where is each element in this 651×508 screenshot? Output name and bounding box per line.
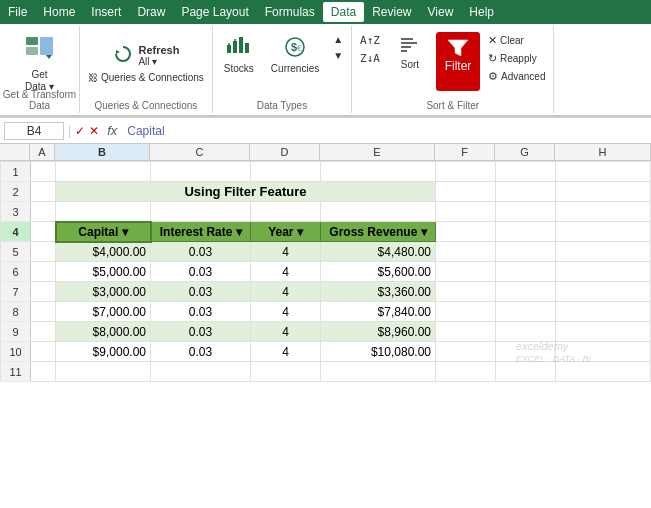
cell-c10[interactable]: 0.03	[151, 342, 251, 362]
cell-g2[interactable]	[496, 182, 556, 202]
cell-a3[interactable]	[31, 202, 56, 222]
cell-f4[interactable]	[436, 222, 496, 242]
cell-a9[interactable]	[31, 322, 56, 342]
menu-draw[interactable]: Draw	[129, 2, 173, 22]
col-header-f[interactable]: F	[435, 144, 495, 161]
cell-d3[interactable]	[251, 202, 321, 222]
cell-a4[interactable]	[31, 222, 56, 242]
cell-title[interactable]: Using Filter Feature	[56, 182, 436, 202]
col-header-c[interactable]: C	[150, 144, 250, 161]
cell-e8[interactable]: $7,840.00	[321, 302, 436, 322]
col-header-e[interactable]: E	[320, 144, 435, 161]
cell-g9[interactable]	[496, 322, 556, 342]
cell-h11[interactable]	[556, 362, 651, 382]
clear-button[interactable]: ✕ Clear	[484, 32, 549, 49]
menu-insert[interactable]: Insert	[83, 2, 129, 22]
formula-cancel-icon[interactable]: ✕	[89, 124, 99, 138]
cell-e1[interactable]	[321, 162, 436, 182]
queries-connections-button[interactable]: ⛓ Queries & Connections	[84, 70, 208, 85]
cell-d8[interactable]: 4	[251, 302, 321, 322]
cell-g11[interactable]	[496, 362, 556, 382]
cell-c6[interactable]: 0.03	[151, 262, 251, 282]
cell-b5[interactable]: $4,000.00	[56, 242, 151, 262]
cell-h5[interactable]	[556, 242, 651, 262]
cell-h8[interactable]	[556, 302, 651, 322]
refresh-all-button[interactable]: Refresh All ▾	[106, 40, 185, 69]
cell-c11[interactable]	[151, 362, 251, 382]
menu-review[interactable]: Review	[364, 2, 419, 22]
col-header-d[interactable]: D	[250, 144, 320, 161]
cell-h7[interactable]	[556, 282, 651, 302]
cell-e9[interactable]: $8,960.00	[321, 322, 436, 342]
cell-b7[interactable]: $3,000.00	[56, 282, 151, 302]
cell-a10[interactable]	[31, 342, 56, 362]
cell-c4-interest[interactable]: Interest Rate ▾	[151, 222, 251, 242]
cell-c7[interactable]: 0.03	[151, 282, 251, 302]
cell-d1[interactable]	[251, 162, 321, 182]
cell-d9[interactable]: 4	[251, 322, 321, 342]
cell-d6[interactable]: 4	[251, 262, 321, 282]
col-header-h[interactable]: H	[555, 144, 651, 161]
cell-f10[interactable]	[436, 342, 496, 362]
cell-b3[interactable]	[56, 202, 151, 222]
menu-file[interactable]: File	[0, 2, 35, 22]
sort-a-to-z-button[interactable]: A↑Z	[356, 32, 384, 49]
cell-b1[interactable]	[56, 162, 151, 182]
cell-d4-year[interactable]: Year ▾	[251, 222, 321, 242]
cell-b11[interactable]	[56, 362, 151, 382]
cell-f8[interactable]	[436, 302, 496, 322]
cell-b9[interactable]: $8,000.00	[56, 322, 151, 342]
cell-c8[interactable]: 0.03	[151, 302, 251, 322]
formula-check-icon[interactable]: ✓	[75, 124, 85, 138]
cell-f1[interactable]	[436, 162, 496, 182]
cell-e7[interactable]: $3,360.00	[321, 282, 436, 302]
menu-formulas[interactable]: Formulas	[257, 2, 323, 22]
cell-c9[interactable]: 0.03	[151, 322, 251, 342]
data-type-down-button[interactable]: ▼	[329, 48, 347, 63]
cell-e10[interactable]: $10,080.00	[321, 342, 436, 362]
cell-b10[interactable]: $9,000.00	[56, 342, 151, 362]
cell-f7[interactable]	[436, 282, 496, 302]
cell-d10[interactable]: 4	[251, 342, 321, 362]
cell-b6[interactable]: $5,000.00	[56, 262, 151, 282]
cell-g5[interactable]	[496, 242, 556, 262]
col-header-b[interactable]: B	[55, 144, 150, 161]
advanced-button[interactable]: ⚙ Advanced	[484, 68, 549, 85]
cell-a5[interactable]	[31, 242, 56, 262]
cell-a11[interactable]	[31, 362, 56, 382]
cell-c5[interactable]: 0.03	[151, 242, 251, 262]
cell-d11[interactable]	[251, 362, 321, 382]
cell-b8[interactable]: $7,000.00	[56, 302, 151, 322]
cell-g7[interactable]	[496, 282, 556, 302]
cell-g4[interactable]	[496, 222, 556, 242]
menu-help[interactable]: Help	[461, 2, 502, 22]
cell-g3[interactable]	[496, 202, 556, 222]
cell-reference-box[interactable]	[4, 122, 64, 140]
get-data-button[interactable]: GetData ▾	[18, 30, 62, 96]
col-header-g[interactable]: G	[495, 144, 555, 161]
cell-f9[interactable]	[436, 322, 496, 342]
cell-e5[interactable]: $4,480.00	[321, 242, 436, 262]
cell-d5[interactable]: 4	[251, 242, 321, 262]
cell-e4-revenue[interactable]: Gross Revenue ▾	[321, 222, 436, 242]
cell-f5[interactable]	[436, 242, 496, 262]
cell-e11[interactable]	[321, 362, 436, 382]
cell-d7[interactable]: 4	[251, 282, 321, 302]
cell-h4[interactable]	[556, 222, 651, 242]
col-header-a[interactable]: A	[30, 144, 55, 161]
cell-h2[interactable]	[556, 182, 651, 202]
cell-b4-capital[interactable]: Capital ▾	[56, 222, 151, 242]
currencies-button[interactable]: $ € Currencies	[265, 32, 325, 78]
menu-data[interactable]: Data	[323, 2, 364, 22]
cell-a8[interactable]	[31, 302, 56, 322]
cell-f11[interactable]	[436, 362, 496, 382]
cell-f6[interactable]	[436, 262, 496, 282]
cell-g1[interactable]	[496, 162, 556, 182]
cell-h6[interactable]	[556, 262, 651, 282]
cell-f3[interactable]	[436, 202, 496, 222]
cell-h1[interactable]	[556, 162, 651, 182]
sort-button[interactable]: Sort	[388, 32, 432, 74]
sort-z-to-a-button[interactable]: Z↓A	[356, 50, 384, 67]
cell-g8[interactable]	[496, 302, 556, 322]
menu-pagelayout[interactable]: Page Layout	[173, 2, 256, 22]
